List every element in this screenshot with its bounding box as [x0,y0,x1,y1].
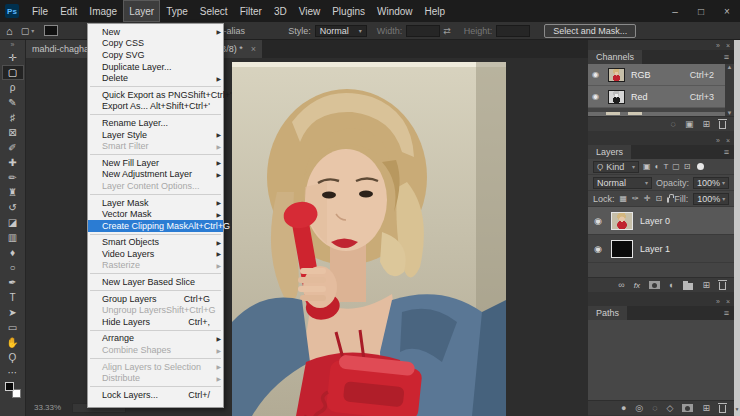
new-layer-icon[interactable]: ⊞ [702,280,710,290]
visibility-eye-icon[interactable]: ◉ [592,70,602,79]
select-and-mask-button[interactable]: Select and Mask... [544,24,636,38]
path-selection-tool[interactable]: ➤ [2,305,24,320]
collapse-panels-icon[interactable]: » [716,42,720,49]
layer-menu-item[interactable]: Group Layers Ctrl+G [88,293,223,305]
toolbar-overflow-icon[interactable]: » [11,40,15,50]
layer-menu-item[interactable]: New ▶ [88,26,223,38]
frame-tool[interactable]: ⊠ [2,125,24,140]
maximize-button[interactable]: □ [688,6,714,17]
menu-window[interactable]: Window [371,0,419,22]
menu-filter[interactable]: Filter [234,0,268,22]
layer-menu-item[interactable]: Delete ▶ [88,72,223,84]
swap-dimensions-icon[interactable]: ⇄ [443,26,451,36]
close-panel-icon[interactable]: × [726,42,730,49]
eyedropper-tool[interactable]: ✐ [2,140,24,155]
layer-menu-item[interactable]: Copy SVG [88,49,223,61]
filter-toggle-icon[interactable] [697,163,704,170]
layer-menu-item[interactable]: Copy CSS [88,38,223,50]
layer-row[interactable]: ◉ Layer 1 [588,235,734,263]
menu-select[interactable]: Select [194,0,234,22]
filter-adjustment-layers-icon[interactable]: ◐ [655,162,660,171]
filter-smart-objects-icon[interactable]: ⊡ [684,162,691,171]
new-adjustment-layer-icon[interactable]: ◐ [669,280,674,290]
lock-all-icon[interactable] [667,197,669,203]
layer-menu-item[interactable]: New Fill Layer ▶ [88,157,223,169]
window-scrollbar[interactable]: ▼ [734,40,740,416]
home-icon[interactable]: ⌂ [6,25,13,37]
scroll-down-icon[interactable]: ▼ [734,406,740,412]
blur-tool[interactable]: ♦ [2,245,24,260]
menu-view[interactable]: View [293,0,327,22]
visibility-eye-icon[interactable]: ◉ [594,216,604,226]
rectangular-marquee-tool[interactable]: ▢ [2,65,24,80]
delete-layer-icon[interactable] [719,282,726,290]
minimize-button[interactable]: – [662,6,688,17]
pen-tool[interactable]: ✒ [2,275,24,290]
path-as-selection-icon[interactable]: ◌ [652,403,657,413]
load-channel-as-selection-icon[interactable]: ◌ [671,119,676,129]
spot-healing-brush-tool[interactable]: ✚ [2,155,24,170]
add-layer-mask-icon[interactable] [649,281,660,289]
lock-position-icon[interactable]: ✛ [644,194,651,203]
link-layers-icon[interactable]: ∞ [618,280,624,290]
menu-file[interactable]: File [26,0,54,22]
blend-mode-select[interactable]: Normal ▾ [593,177,652,189]
dodge-tool[interactable]: ○ [2,260,24,275]
layer-menu-item[interactable]: Duplicate Layer... [88,61,223,73]
menu-help[interactable]: Help [419,0,452,22]
layer-style-fx-icon[interactable]: fx [634,281,640,290]
tab-layers[interactable]: Layers [588,145,631,159]
stroke-path-icon[interactable]: ◎ [635,403,643,413]
brush-tool[interactable]: ✏ [2,170,24,185]
tab-paths[interactable]: Paths [588,306,627,320]
panel-menu-icon[interactable]: ≡ [719,306,734,320]
menu-type[interactable]: Type [160,0,194,22]
fill-select[interactable]: 100% ▾ [693,193,729,205]
clone-stamp-tool[interactable]: ♜ [2,185,24,200]
layer-menu-item[interactable]: Lock Layers... Ctrl+/ [88,389,223,401]
close-panel-icon[interactable]: × [726,298,730,305]
layer-menu-item[interactable]: Vector Mask ▶ [88,208,223,220]
menu-layer[interactable]: Layer [123,0,160,22]
panel-menu-icon[interactable]: ≡ [719,50,734,64]
color-swatches[interactable] [5,382,21,398]
layer-menu-item[interactable]: Export As... Alt+Shift+Ctrl+' [88,101,223,113]
layer-menu-item[interactable]: Rename Layer... [88,117,223,129]
panel-menu-icon[interactable]: ≡ [719,145,734,159]
hand-tool[interactable]: ✋ [2,335,24,350]
filter-type-layers-icon[interactable]: T [663,162,668,171]
style-select[interactable]: Normal ▾ [315,25,367,37]
channels-scrollbar[interactable]: ▲ ▼ [725,64,734,116]
layer-menu-item[interactable]: Layer Style ▶ [88,129,223,141]
close-button[interactable]: × [714,6,740,17]
layer-menu-item[interactable]: New Layer Based Slice [88,276,223,288]
filter-shape-layers-icon[interactable]: ▢ [672,162,680,171]
save-selection-as-channel-icon[interactable]: ▣ [685,119,694,129]
quick-selection-tool[interactable]: ✎ [2,95,24,110]
layer-menu-item[interactable]: Hide Layers Ctrl+, [88,316,223,328]
lock-artboard-icon[interactable]: ⊡ [655,194,662,203]
history-brush-tool[interactable]: ↺ [2,200,24,215]
tab-close-icon[interactable]: × [251,44,256,54]
menu-plugins[interactable]: Plugins [326,0,371,22]
fill-path-icon[interactable]: ● [621,403,626,413]
visibility-eye-icon[interactable]: ◉ [592,92,602,101]
lasso-tool[interactable]: ρ [2,80,24,95]
add-mask-icon[interactable] [682,404,693,412]
layer-menu-item[interactable]: Smart Objects ▶ [88,237,223,249]
layer-menu-item[interactable]: New Adjustment Layer ▶ [88,169,223,181]
menu-3d[interactable]: 3D [268,0,293,22]
selection-mode-swatch[interactable] [44,25,58,36]
lock-image-pixels-icon[interactable]: ✑ [632,194,639,203]
move-tool[interactable]: ✛ [2,50,24,65]
channel-row[interactable]: ◉ RGB Ctrl+2 [588,64,734,86]
layer-menu-item[interactable]: Video Layers ▶ [88,248,223,260]
opacity-select[interactable]: 100% ▾ [693,177,729,189]
zoom-tool[interactable]: Ϙ [2,350,24,365]
layer-menu-item[interactable]: Quick Export as PNG Shift+Ctrl+' [88,89,223,101]
tool-preset-picker[interactable]: ▢ ▾ [21,26,35,36]
layer-menu-item[interactable]: Layer Mask ▶ [88,197,223,209]
visibility-eye-icon[interactable]: ◉ [594,244,604,254]
menu-image[interactable]: Image [83,0,123,22]
tab-channels[interactable]: Channels [588,50,642,64]
